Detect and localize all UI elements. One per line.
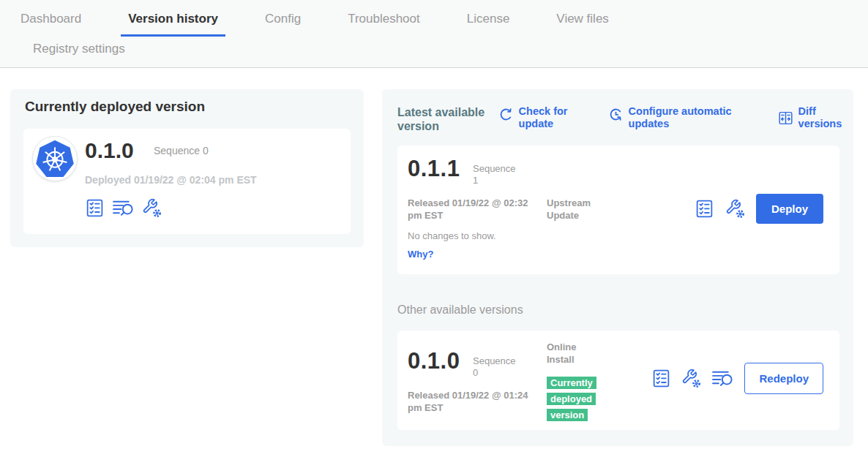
tab-troubleshoot[interactable]: Troubleshoot: [340, 0, 427, 37]
preflight-checks-icon[interactable]: [651, 369, 671, 388]
nav-row-2: Registry settings: [0, 37, 868, 67]
no-changes-text: No changes to show.: [408, 230, 496, 241]
currently-deployed-badge-text: Currently deployed version: [547, 377, 596, 421]
deployed-version-number: 0.1.0: [85, 137, 134, 164]
app-nav: Dashboard Version history Config Trouble…: [0, 0, 868, 68]
config-icon[interactable]: [725, 199, 745, 219]
tab-version-history[interactable]: Version history: [121, 0, 225, 37]
currently-deployed-title: Currently deployed version: [25, 99, 205, 115]
diff-versions-label: Diff versions: [798, 105, 853, 130]
latest-available-title: Latest available version: [397, 105, 485, 133]
release-notes-icon[interactable]: [711, 369, 734, 388]
redeploy-button[interactable]: Redeploy: [744, 363, 823, 394]
tab-config[interactable]: Config: [258, 0, 308, 37]
check-for-update-link[interactable]: Check for update: [498, 105, 577, 130]
other-version-actions: Redeploy: [651, 363, 823, 394]
schedule-icon: [608, 107, 624, 122]
config-icon[interactable]: [142, 198, 162, 218]
other-source-label: Online Install: [547, 341, 592, 366]
latest-source-label: Upstream Update: [547, 197, 610, 222]
configure-automatic-updates-link[interactable]: Configure automatic updates: [608, 105, 752, 130]
latest-sequence-label: Sequence 1: [473, 163, 520, 186]
refresh-icon: [498, 107, 514, 122]
latest-released-timestamp: Released 01/19/22 @ 02:32 pm EST: [408, 197, 535, 222]
latest-version-actions: Deploy: [695, 194, 823, 224]
panel-header: Latest available version Check for updat…: [397, 105, 853, 133]
deploy-button[interactable]: Deploy: [756, 194, 823, 224]
tab-view-files[interactable]: View files: [549, 0, 616, 37]
deployed-sequence-label: Sequence 0: [154, 145, 209, 156]
latest-version-number: 0.1.1: [408, 156, 460, 182]
other-released-timestamp: Released 01/19/22 @ 01:24 pm EST: [408, 389, 535, 414]
other-sequence-label: Sequence 0: [473, 355, 520, 379]
why-link[interactable]: Why?: [408, 249, 433, 260]
release-notes-icon[interactable]: [112, 198, 135, 218]
tab-dashboard[interactable]: Dashboard: [13, 0, 89, 37]
deployed-version-row: 0.1.0 Sequence 0 Deployed 01/19/22 @ 02:…: [23, 129, 351, 234]
diff-versions-link[interactable]: Diff versions: [778, 105, 853, 130]
deployed-version-actions: [85, 198, 162, 218]
currently-deployed-badge: Currently deployed version: [547, 375, 608, 423]
kubernetes-logo-icon: [33, 137, 77, 181]
other-available-versions-title: Other available versions: [397, 303, 523, 317]
nav-row-1: Dashboard Version history Config Trouble…: [0, 0, 868, 37]
deployed-timestamp: Deployed 01/19/22 @ 02:04 pm EST: [85, 174, 257, 186]
config-icon[interactable]: [681, 369, 701, 388]
available-versions-panel: Latest available version Check for updat…: [382, 89, 853, 446]
configure-automatic-updates-label: Configure automatic updates: [629, 105, 752, 130]
tab-license[interactable]: License: [460, 0, 517, 37]
latest-version-card: 0.1.1 Sequence 1 Released 01/19/22 @ 02:…: [397, 146, 839, 274]
check-for-update-label: Check for update: [519, 105, 577, 130]
diff-icon: [778, 110, 793, 126]
preflight-checks-icon[interactable]: [85, 198, 105, 218]
currently-deployed-card: Currently deployed version 0.1.0 Sequenc…: [10, 89, 364, 247]
tab-registry-settings[interactable]: Registry settings: [26, 37, 132, 67]
other-version-card: 0.1.0 Sequence 0 Released 01/19/22 @ 01:…: [397, 331, 839, 430]
preflight-checks-icon[interactable]: [695, 199, 714, 219]
app-logo: [32, 136, 78, 181]
other-version-number: 0.1.0: [408, 348, 460, 374]
